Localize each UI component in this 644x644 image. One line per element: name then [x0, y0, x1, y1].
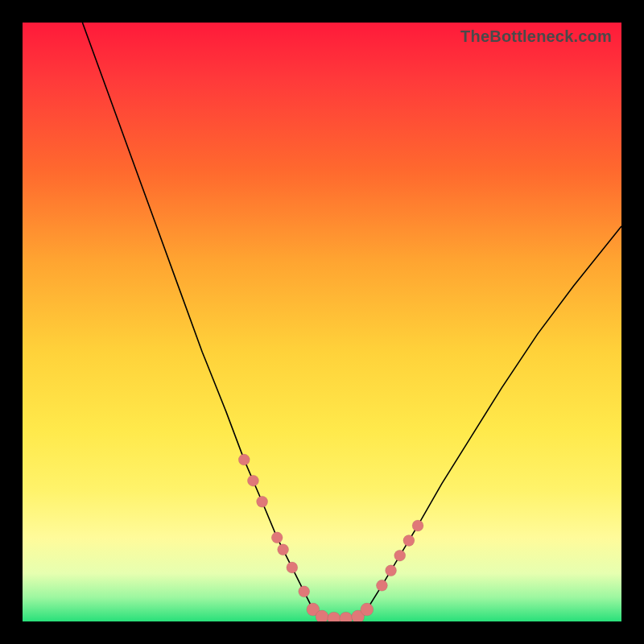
data-marker [376, 580, 387, 591]
chart-frame: TheBottleneck.com [0, 0, 644, 644]
data-marker [386, 565, 397, 576]
data-marker [287, 562, 298, 573]
data-marker [271, 532, 283, 543]
data-marker [412, 520, 423, 531]
data-marker [361, 603, 374, 616]
data-marker [238, 454, 250, 465]
data-marker [394, 550, 406, 561]
data-marker [257, 496, 268, 507]
marker-group [238, 454, 423, 621]
data-marker [328, 612, 341, 621]
data-marker [278, 544, 289, 555]
data-marker [340, 612, 353, 621]
data-marker [316, 610, 328, 621]
chart-svg [23, 23, 621, 621]
bottleneck-curve [82, 23, 621, 618]
data-marker [299, 586, 310, 597]
data-marker [403, 535, 415, 547]
data-marker [247, 475, 258, 486]
plot-area: TheBottleneck.com [23, 23, 621, 621]
